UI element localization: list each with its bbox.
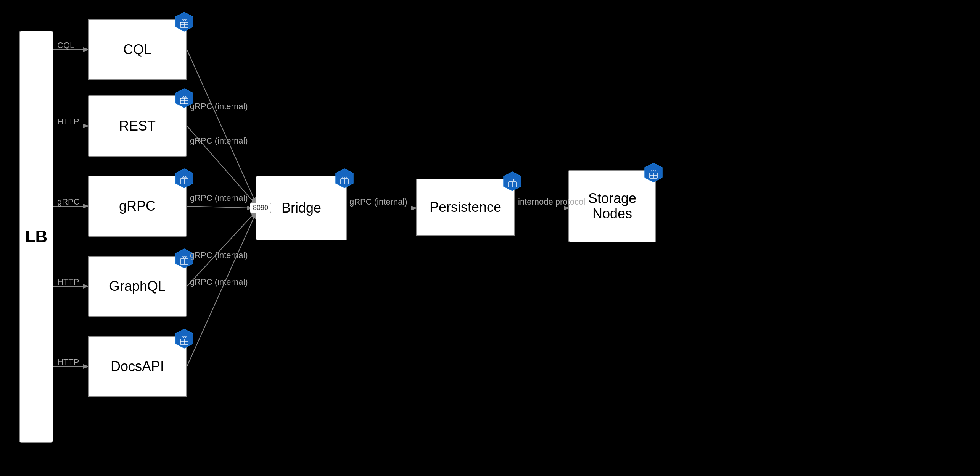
label-internode: internode protocol xyxy=(518,197,585,207)
svg-text:pod: pod xyxy=(509,178,515,182)
grpc-node: gRPC pod xyxy=(88,176,187,237)
label-grpc-grpc-bridge: gRPC (internal) xyxy=(190,193,248,203)
label-grpc-rest-bridge: gRPC (internal) xyxy=(190,136,248,146)
svg-text:pod: pod xyxy=(181,175,187,179)
docsapi-pod-badge: pod xyxy=(174,328,195,349)
graphql-label: GraphQL xyxy=(109,279,166,294)
svg-line-8 xyxy=(187,212,256,286)
storage-pod-badge: pod xyxy=(643,162,664,183)
docsapi-node: DocsAPI pod xyxy=(88,336,187,397)
docsapi-label: DocsAPI xyxy=(111,359,164,374)
svg-text:pod: pod xyxy=(650,169,656,173)
label-cql: CQL xyxy=(57,40,74,50)
grpc-pod-badge: pod xyxy=(174,168,195,189)
svg-text:pod: pod xyxy=(181,95,187,98)
svg-text:pod: pod xyxy=(181,255,187,259)
svg-line-9 xyxy=(187,214,256,366)
svg-line-7 xyxy=(187,206,252,208)
svg-line-5 xyxy=(187,50,256,202)
persistence-node: Persistence pod xyxy=(416,179,515,236)
label-http-graphql: HTTP xyxy=(57,277,79,287)
svg-text:pod: pod xyxy=(181,335,187,339)
architecture-diagram: LB CQL pod REST pod gR xyxy=(0,0,980,476)
svg-text:pod: pod xyxy=(341,175,347,179)
graphql-node: GraphQL pod xyxy=(88,256,187,317)
lb-label: LB xyxy=(25,228,48,246)
label-http-docsapi: HTTP xyxy=(57,357,79,367)
label-grpc-docsapi-bridge: gRPC (internal) xyxy=(190,277,248,287)
persistence-label: Persistence xyxy=(430,200,501,215)
label-grpc-lb: gRPC xyxy=(57,197,80,207)
bridge-label: Bridge xyxy=(282,200,321,216)
label-grpc-bridge-persistence: gRPC (internal) xyxy=(349,197,407,207)
label-grpc-cql-bridge: gRPC (internal) xyxy=(190,102,248,111)
cql-pod-badge: pod xyxy=(174,11,195,32)
rest-node: REST pod xyxy=(88,95,187,157)
grpc-label: gRPC xyxy=(119,198,156,214)
label-http-rest: HTTP xyxy=(57,117,79,127)
port-8090-badge: 8090 xyxy=(250,203,271,213)
label-grpc-graphql-bridge: gRPC (internal) xyxy=(190,250,248,260)
storage-nodes-label: StorageNodes xyxy=(588,191,636,221)
persistence-pod-badge: pod xyxy=(502,171,523,192)
cql-label: CQL xyxy=(123,42,151,57)
svg-text:pod: pod xyxy=(181,18,187,22)
cql-node: CQL pod xyxy=(88,19,187,80)
lb-node: LB xyxy=(19,31,53,443)
bridge-pod-badge: pod xyxy=(334,168,355,189)
rest-label: REST xyxy=(119,118,156,134)
